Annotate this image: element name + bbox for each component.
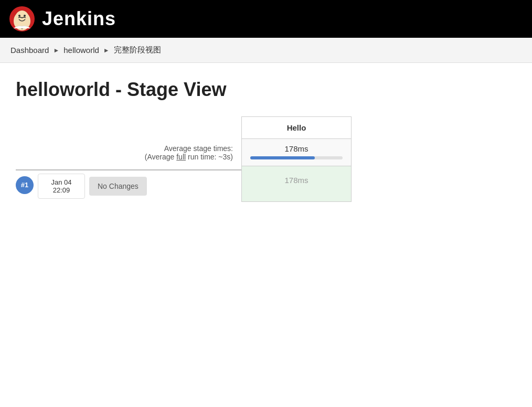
breadcrumb-arrow-1: ► [53,47,59,54]
build-stage-time: 178ms [284,176,308,185]
stage-column-header: Hello [241,116,352,139]
app-title: Jenkins [42,8,116,30]
app-header: Jenkins [0,0,532,38]
svg-point-3 [18,15,20,17]
avg-label-full: full [176,153,186,161]
breadcrumb-helloworld[interactable]: helloworld [63,46,99,55]
breadcrumb-dashboard[interactable]: Dashboard [10,46,49,55]
build-date: Jan 04 [45,178,78,186]
avg-time-value: 178ms [250,144,343,153]
avg-label-line2-end: run time: ~3s) [188,153,233,161]
no-changes-label: No Changes [98,182,139,190]
build-badge[interactable]: #1 [16,176,34,194]
page-title: helloworld - Stage View [16,79,516,101]
build-time: 22:09 [45,186,78,194]
avg-label-line2: (Average [145,153,175,161]
avg-label: Average stage times: (Average full run t… [16,139,241,166]
avg-bar-container [250,156,343,159]
stage-view: Hello Average stage times: (Average full… [16,116,516,202]
build-info-box: Jan 04 22:09 [38,174,85,199]
breadcrumb-stage-view[interactable]: 完整阶段视图 [114,45,161,55]
avg-label-line1: Average stage times: [164,144,233,153]
breadcrumb-arrow-2: ► [103,47,110,54]
no-changes-box: No Changes [89,177,147,196]
build-label-cell: #1 Jan 04 22:09 No Changes [16,166,241,202]
stage-header-empty [16,116,241,139]
breadcrumb: Dashboard ► helloworld ► 完整阶段视图 [0,38,532,63]
avg-bar [250,156,315,159]
avg-data-cell: 178ms [241,139,352,166]
jenkins-logo [8,5,36,33]
svg-point-4 [24,15,26,17]
build-stage-result[interactable]: 178ms [241,166,352,202]
main-content: helloworld - Stage View Hello Average st… [0,63,532,223]
